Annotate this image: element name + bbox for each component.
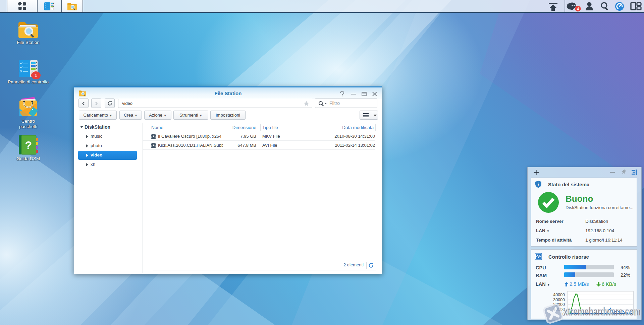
- svg-text:4: 4: [577, 7, 579, 11]
- svg-text:i: i: [538, 182, 539, 187]
- svg-text:xtremehardware.com: xtremehardware.com: [564, 305, 641, 318]
- svg-text:?: ?: [25, 139, 32, 151]
- svg-text:1: 1: [35, 73, 37, 78]
